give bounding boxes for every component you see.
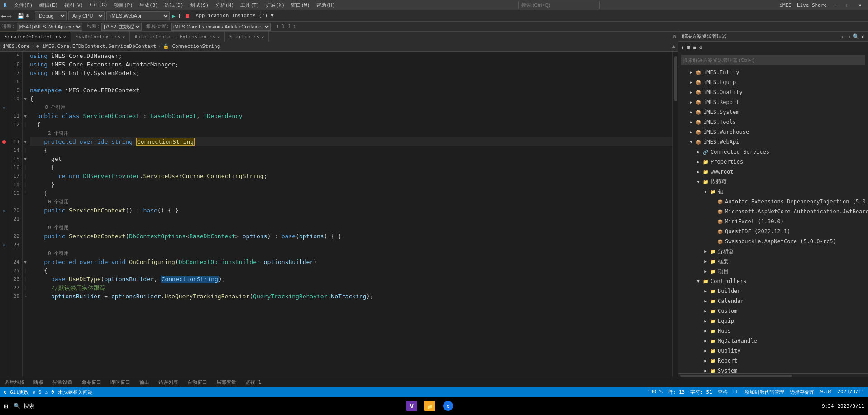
arrow-connected[interactable]: ▶ [695,150,702,154]
tab-autofacextension[interactable]: AutofacConta...Extension.cs ✕ [130,32,225,42]
sidebar-close-btn[interactable]: ✕ [861,33,864,40]
tree-item-packages[interactable]: ▼ 📁 包 [678,187,868,197]
tree-item-miniexcel[interactable]: 📦 MiniExcel (1.30.0) [678,217,868,226]
tree-item-quality[interactable]: ▶ 📦 iMES.Quality [678,87,868,97]
tree-item-jwt[interactable]: 📦 Microsoft.AspNetCore.Authentication.Jw… [678,207,868,217]
tree-item-entity[interactable]: ▶ 📦 iMES.Entity [678,67,868,77]
tree-item-system-ctrl[interactable]: ▶ 📁 System [678,366,868,373]
tree-item-report-ctrl[interactable]: ▶ 📁 Report [678,356,868,366]
error-count[interactable]: ⊗ 0 [33,389,42,395]
menu-analyze[interactable]: 分析(N) [213,1,237,9]
arrow-tools[interactable]: ▶ [687,120,695,124]
sidebar-btn1[interactable]: ⟵ [842,33,845,40]
arrow-webapi[interactable]: ▼ [687,140,695,144]
tree-item-dependencies[interactable]: ▼ 📁 依赖项 [678,177,868,187]
tree-item-analyzer[interactable]: ▶ 📁 分析器 [678,246,868,256]
run-btn[interactable]: ▶ [172,12,175,19]
minimize-btn[interactable]: ─ [830,1,839,9]
taskbar-browser-icon[interactable]: e [440,398,456,414]
zoom-level[interactable]: 140 % [648,389,663,396]
close-btn[interactable]: ✕ [856,2,864,8]
tab-autowindow[interactable]: 自动窗口 [185,379,210,386]
cpu-select[interactable]: Any CPU [68,11,105,20]
arrow-equip-ctrl[interactable]: ▶ [702,319,709,323]
pause-btn[interactable]: ⏸ [177,13,183,19]
sol-tool2[interactable]: ⊞ [686,43,691,52]
editor-scrollbar[interactable] [672,52,678,377]
tab-output[interactable]: 输出 [137,379,152,386]
menu-help[interactable]: 帮助(H) [314,1,338,9]
add-code-btn[interactable]: 添加到源代码管理 [744,389,784,396]
debug-mode-select[interactable]: Debug [35,11,67,20]
arrow-wwwroot[interactable]: ▶ [695,170,702,174]
tree-item-custom[interactable]: ▶ 📁 Custom [678,306,868,316]
arrow-quality[interactable]: ▶ [687,90,695,94]
arrow-report[interactable]: ▶ [687,100,695,104]
tree-item-equip[interactable]: ▶ 📦 iMES.Equip [678,77,868,87]
arrow-calendar[interactable]: ▶ [702,299,709,303]
toolbar-save[interactable]: 💾 [17,13,24,19]
code-lines[interactable]: using iMES.Core.DBManager; using iMES.Co… [28,52,672,377]
arrow-hubs[interactable]: ▶ [702,329,709,333]
stop-btn[interactable]: ⏹ [185,13,190,19]
tab-exceptions[interactable]: 异常设置 [50,379,75,386]
arrow-report-ctrl[interactable]: ▶ [702,358,709,363]
sidebar-btn2[interactable]: → [848,33,851,40]
arrow-mqdata[interactable]: ▶ [702,339,709,343]
editor-settings-btn[interactable]: ⚙ [673,33,676,40]
tab-close-servicedbcontext[interactable]: ✕ [63,34,66,39]
tree-item-equip-ctrl[interactable]: ▶ 📁 Equip [678,316,868,326]
solution-tree[interactable]: ▶ 📦 iMES.Entity ▶ 📦 iMES.Equip ▶ 📦 iMES.… [678,67,868,373]
arrow-builder[interactable]: ▶ [702,289,709,293]
branch-info[interactable]: Git更改 [10,389,29,396]
taskbar-vs-icon[interactable]: V [404,398,420,414]
tree-item-mqdata[interactable]: ▶ 📁 MqDataHandle [678,336,868,346]
tree-item-wwwroot[interactable]: ▶ 📁 wwwroot [678,167,868,177]
tab-command[interactable]: 命令窗口 [79,379,104,386]
menu-git[interactable]: Git(G) [87,1,110,9]
tree-item-hubs[interactable]: ▶ 📁 Hubs [678,326,868,336]
toolbar-icon2[interactable]: ⟶ [7,12,11,19]
spaces-indicator[interactable]: 空格 [718,389,728,396]
arrow-entity[interactable]: ▶ [687,70,695,75]
menu-edit[interactable]: 编辑(E) [37,1,61,9]
arrow-dependencies[interactable]: ▼ [695,179,702,184]
menu-file[interactable]: 文件(F) [11,1,36,9]
tree-item-framework[interactable]: ▶ 📁 框架 [678,256,868,266]
tree-item-tools[interactable]: ▶ 📦 iMES.Tools [678,117,868,127]
sidebar-btn3[interactable]: 🔍 [853,33,859,40]
tree-item-project[interactable]: ▶ 📁 项目 [678,266,868,276]
project-select[interactable]: iMES.WebApi [106,11,170,20]
live-share-btn[interactable]: Live Share [797,2,827,8]
tree-item-questpdf[interactable]: 📦 QuestPDF (2022.12.1) [678,226,868,236]
menu-view[interactable]: 视图(V) [62,1,86,9]
tree-item-system[interactable]: ▶ 📦 iMES.System [678,107,868,117]
menu-window[interactable]: 窗口(W) [288,1,313,9]
taskbar-search[interactable]: 🔍 搜索 [10,401,38,412]
tree-item-calendar[interactable]: ▶ 📁 Calendar [678,296,868,306]
toolbar-icon1[interactable]: ⟵ [2,12,5,19]
tab-locals[interactable]: 局部变量 [214,379,239,386]
tab-breakpoints[interactable]: 断点 [31,379,46,386]
arrow-quality-ctrl[interactable]: ▶ [702,349,709,353]
maximize-btn[interactable]: □ [844,2,852,8]
encoding[interactable]: LF [733,389,739,396]
menu-build[interactable]: 生成(B) [137,1,161,9]
select-repo-btn[interactable]: 选择存储库 [790,389,815,396]
editor-collapse-btn[interactable]: ▲ [672,43,675,49]
tree-item-quality-ctrl[interactable]: ▶ 📁 Quality [678,346,868,356]
taskbar-explorer-icon[interactable]: 📁 [422,398,438,414]
menu-debug[interactable]: 调试(D) [162,1,186,9]
arrow-equip[interactable]: ▶ [687,80,695,85]
sidebar-header-buttons[interactable]: ⟵ → 🔍 ✕ [842,33,864,40]
tree-item-autofac[interactable]: 📦 Autofac.Extensions.DependencyInjection… [678,197,868,207]
tab-close-sysdbcontext[interactable]: ✕ [122,34,125,39]
toolbar-saveall[interactable]: ⊕ [26,13,29,19]
tab-callstack[interactable]: 调用堆栈 [2,379,27,386]
arrow-analyzer[interactable]: ▶ [702,249,709,254]
arrow-properties[interactable]: ▶ [695,160,702,164]
tab-sysdbcontext[interactable]: SysDbContext.cs ✕ [71,32,130,42]
tree-item-connected-services[interactable]: ▶ 🔗 Connected Services [678,147,868,157]
taskbar-start[interactable]: ⊞ [4,402,8,410]
menu-project[interactable]: 项目(P) [111,1,136,9]
